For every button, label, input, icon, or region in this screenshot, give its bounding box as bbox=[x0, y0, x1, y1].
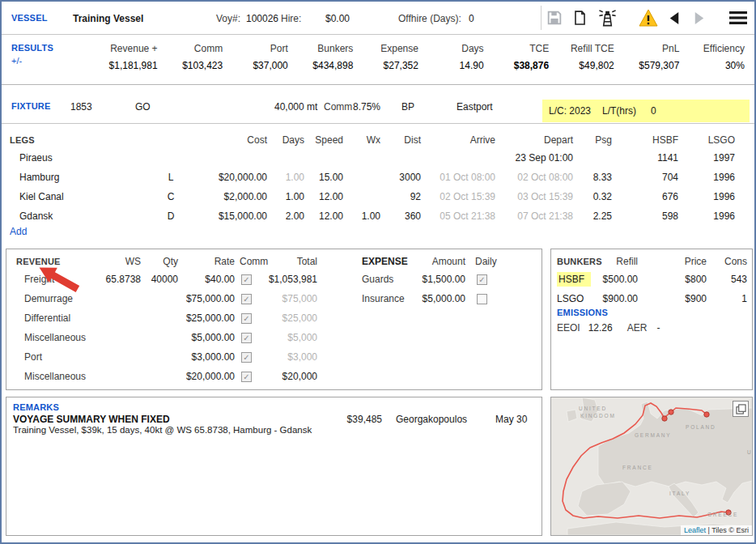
leg-port[interactable]: Hamburg bbox=[10, 168, 159, 187]
legs-header-wx[interactable]: Wx bbox=[343, 132, 380, 148]
leg-days[interactable] bbox=[267, 148, 304, 168]
revenue-rate-field[interactable]: $40.00 bbox=[178, 270, 235, 289]
fixture-terms-field[interactable]: BP bbox=[401, 101, 414, 113]
leg-wx[interactable] bbox=[343, 168, 380, 187]
leg-dist[interactable]: 360 bbox=[380, 206, 421, 226]
results-section: RESULTS +/- Revenue +$1,181,981 Comm$103… bbox=[2, 35, 754, 84]
fixture-quantity-field[interactable]: 40,000 mt bbox=[274, 101, 317, 113]
leg-days[interactable]: 2.00 bbox=[267, 206, 304, 226]
copy-icon[interactable] bbox=[572, 9, 588, 27]
expense-daily-checkbox[interactable] bbox=[477, 294, 487, 304]
forward-icon[interactable] bbox=[691, 11, 707, 26]
fixture-comm-field[interactable]: 8.75% bbox=[353, 101, 380, 113]
leg-depart[interactable]: 23 Sep 01:00 bbox=[495, 148, 573, 168]
leg-wx[interactable] bbox=[343, 148, 380, 168]
map-label-kingdom: KINGDOM bbox=[580, 413, 616, 419]
laycan-field[interactable]: L/C: 2023 bbox=[549, 105, 591, 117]
revenue-rate-field[interactable]: $25,000.00 bbox=[178, 308, 235, 328]
expense-daily-checkbox[interactable]: ✓ bbox=[477, 274, 487, 285]
menu-icon[interactable] bbox=[728, 10, 748, 26]
leg-dist[interactable]: 92 bbox=[380, 187, 421, 206]
leg-dist[interactable] bbox=[380, 148, 421, 168]
bunker-price-field[interactable]: $800 bbox=[638, 270, 707, 289]
results-adjust-toggle[interactable]: +/- bbox=[11, 56, 22, 66]
result-port: Port$37,000 bbox=[223, 43, 288, 71]
map-attribution: Leaflet | Tiles © Esri bbox=[681, 525, 752, 535]
leg-lsgo: 1996 bbox=[678, 206, 735, 226]
leg-cost[interactable]: $20,000.00 bbox=[182, 168, 267, 187]
add-leg-link[interactable]: Add bbox=[10, 226, 27, 237]
port-marker-hamburg[interactable] bbox=[662, 416, 667, 421]
offhire-value[interactable]: 0 bbox=[469, 13, 474, 24]
revenue-rate-field[interactable]: $5,000.00 bbox=[178, 328, 235, 347]
map-canvas[interactable]: UNITED KINGDOM POLAND GERMANY FRANCE ITA… bbox=[551, 397, 752, 535]
revenue-comm-checkbox[interactable]: ✓ bbox=[241, 274, 252, 285]
leg-speed[interactable] bbox=[304, 148, 343, 168]
warning-icon[interactable] bbox=[639, 9, 658, 27]
leg-days[interactable]: 1.00 bbox=[267, 168, 304, 187]
bunker-price-field[interactable]: $900 bbox=[638, 289, 707, 308]
legs-header-arrive: Arrive bbox=[421, 132, 495, 148]
lighthouse-icon[interactable] bbox=[597, 8, 618, 28]
port-marker-kiel[interactable] bbox=[669, 410, 673, 414]
revenue-rate-field[interactable]: $75,000.00 bbox=[178, 289, 235, 308]
leg-cost[interactable]: $15,000.00 bbox=[182, 206, 267, 226]
legs-header-speed[interactable]: Speed bbox=[304, 132, 343, 148]
vessel-name-field[interactable]: Training Vessel bbox=[73, 13, 143, 24]
route-map[interactable]: UNITED KINGDOM POLAND GERMANY FRANCE ITA… bbox=[550, 397, 753, 536]
leg-speed[interactable]: 12.00 bbox=[304, 187, 343, 206]
leg-hsbf: 704 bbox=[612, 168, 678, 187]
revenue-ws-field[interactable]: 65.8738 bbox=[100, 270, 141, 289]
leg-port[interactable]: Kiel Canal bbox=[10, 187, 159, 206]
leg-cost[interactable] bbox=[182, 148, 267, 168]
revenue-rate-field[interactable]: $20,000.00 bbox=[178, 367, 235, 386]
revenue-qty-field[interactable]: 40000 bbox=[141, 270, 178, 289]
leg-port[interactable]: Piraeus bbox=[10, 148, 159, 168]
bunkers-header-price[interactable]: Price bbox=[638, 254, 707, 270]
leg-type[interactable]: L bbox=[159, 168, 182, 187]
revenue-total: $3,000 bbox=[262, 347, 317, 367]
leg-speed[interactable]: 15.00 bbox=[304, 168, 343, 187]
voyage-number-value[interactable]: 100026 bbox=[246, 13, 278, 24]
fixture-port-field[interactable]: Eastport bbox=[457, 101, 493, 113]
voyage-number-label: Voy#: bbox=[216, 13, 240, 24]
fixture-cargo-field[interactable]: GO bbox=[135, 101, 151, 113]
bunker-refill-field[interactable]: $900.00 bbox=[601, 289, 638, 308]
leg-days[interactable]: 1.00 bbox=[267, 187, 304, 206]
back-icon[interactable] bbox=[667, 11, 682, 26]
leg-dist[interactable]: 3000 bbox=[380, 168, 421, 187]
leg-wx[interactable] bbox=[343, 187, 380, 206]
revenue-comm-checkbox[interactable]: ✓ bbox=[241, 352, 252, 363]
save-icon[interactable] bbox=[546, 9, 563, 27]
revenue-row-label: Miscellaneous bbox=[11, 367, 100, 386]
leg-type[interactable]: D bbox=[159, 206, 182, 226]
revenue-rate-field[interactable]: $3,000.00 bbox=[178, 347, 235, 367]
leg-cost[interactable]: $2,000.00 bbox=[182, 187, 267, 206]
expense-row-label: Guards bbox=[362, 270, 409, 289]
leg-wx[interactable]: 1.00 bbox=[343, 206, 380, 226]
revenue-header-rate[interactable]: Rate bbox=[178, 254, 235, 270]
revenue-comm-checkbox[interactable]: ✓ bbox=[241, 294, 252, 304]
map-expand-button[interactable] bbox=[733, 401, 749, 417]
leg-psg: 2.25 bbox=[573, 206, 612, 226]
leaflet-link[interactable]: Leaflet bbox=[684, 526, 706, 534]
revenue-header-ws: WS bbox=[100, 254, 141, 270]
bunker-refill-field[interactable]: $500.00 bbox=[601, 270, 638, 289]
leg-speed[interactable]: 12.00 bbox=[304, 206, 343, 226]
expense-amount-field[interactable]: $1,500.00 bbox=[409, 270, 465, 289]
map-label-poland: POLAND bbox=[686, 424, 716, 430]
leg-type[interactable] bbox=[159, 148, 182, 168]
port-marker-gdansk[interactable] bbox=[704, 412, 709, 417]
leg-type[interactable]: C bbox=[159, 187, 182, 206]
fixture-number-field[interactable]: 1853 bbox=[70, 101, 92, 113]
hire-label: Hire: bbox=[281, 13, 301, 24]
revenue-comm-checkbox[interactable]: ✓ bbox=[241, 333, 252, 343]
leg-port[interactable]: Gdansk bbox=[10, 206, 159, 226]
expense-amount-field[interactable]: $5,000.00 bbox=[409, 289, 465, 308]
revenue-comm-checkbox[interactable]: ✓ bbox=[241, 372, 252, 382]
laytime-field[interactable]: 0 bbox=[651, 105, 656, 117]
hire-value[interactable]: $0.00 bbox=[325, 13, 350, 24]
revenue-comm-checkbox[interactable]: ✓ bbox=[241, 313, 252, 324]
leg-arrive bbox=[421, 148, 495, 168]
map-label-u: U bbox=[747, 449, 752, 455]
